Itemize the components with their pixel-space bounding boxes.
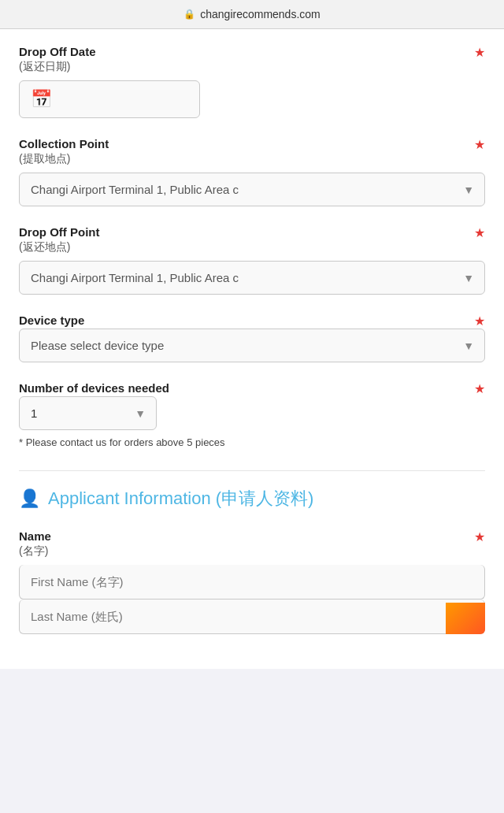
required-star-numdevices: ★: [474, 381, 485, 396]
required-star-name: ★: [474, 529, 485, 544]
contact-note: * Please contact us for orders above 5 p…: [19, 436, 485, 448]
drop-off-point-select-wrapper: Changi Airport Terminal 1, Public Area c…: [19, 261, 485, 295]
drop-off-date-label: Drop Off Date: [19, 45, 485, 58]
calendar-icon: 📅: [31, 89, 52, 110]
required-star-dropoff: ★: [474, 45, 485, 60]
browser-bar: 🔒 changirecommends.com: [0, 0, 504, 29]
lock-icon: 🔒: [183, 9, 195, 20]
collection-point-label-sub: (提取地点): [19, 152, 485, 166]
drop-off-date-label-sub: (返还日期): [19, 60, 485, 74]
device-type-select-wrapper: Please select device type ▼: [19, 329, 485, 362]
collection-point-select[interactable]: Changi Airport Terminal 1, Public Area c: [19, 173, 485, 206]
drop-off-point-label: Drop Off Point: [19, 225, 485, 239]
drop-off-point-group: ★ Drop Off Point (返还地点) Changi Airport T…: [19, 225, 485, 295]
name-label-sub: (名字): [19, 544, 485, 559]
drop-off-date-input[interactable]: 📅: [19, 80, 200, 118]
drop-off-date-group: ★ Drop Off Date (返还日期) 📅: [19, 45, 485, 118]
first-name-input[interactable]: [19, 565, 485, 600]
collection-point-label: Collection Point: [19, 137, 485, 150]
name-group: ★ Name (名字): [19, 529, 485, 634]
required-star-dropoffpoint: ★: [474, 225, 485, 240]
device-type-select[interactable]: Please select device type: [19, 329, 485, 362]
orange-bar-decoration: [446, 603, 485, 634]
num-devices-select[interactable]: 1 2 3 4 5: [19, 396, 157, 430]
form-container: ★ Drop Off Date (返还日期) 📅 ★ Collection Po…: [0, 29, 504, 669]
required-star-devicetype: ★: [474, 314, 485, 329]
person-icon: 👤: [19, 488, 40, 509]
required-star-collection: ★: [474, 137, 485, 152]
device-type-group: ★ Device type Please select device type …: [19, 314, 485, 362]
drop-off-point-label-sub: (返还地点): [19, 240, 485, 254]
collection-point-select-wrapper: Changi Airport Terminal 1, Public Area c…: [19, 173, 485, 206]
num-devices-select-wrapper: 1 2 3 4 5 ▼: [19, 396, 157, 430]
applicant-title-text: Applicant Information (申请人资料): [48, 487, 313, 510]
section-divider: [19, 470, 485, 471]
last-name-input[interactable]: [19, 600, 485, 634]
domain-label: changirecommends.com: [200, 8, 321, 20]
drop-off-point-select[interactable]: Changi Airport Terminal 1, Public Area c: [19, 261, 485, 295]
num-devices-group: ★ Number of devices needed 1 2 3 4 5 ▼ *…: [19, 381, 485, 448]
device-type-label: Device type: [19, 314, 485, 327]
applicant-section-title: 👤 Applicant Information (申请人资料): [19, 487, 485, 510]
collection-point-group: ★ Collection Point (提取地点) Changi Airport…: [19, 137, 485, 206]
name-label: Name: [19, 529, 485, 543]
num-devices-label: Number of devices needed: [19, 381, 485, 395]
